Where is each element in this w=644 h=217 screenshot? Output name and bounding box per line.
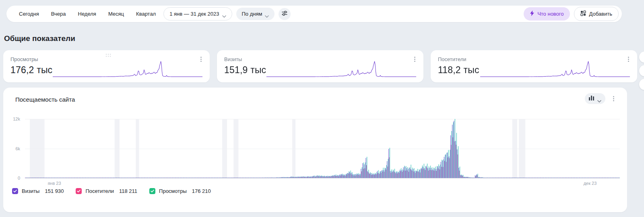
- metric-label: Визиты: [224, 56, 242, 62]
- granularity-value: По дням: [242, 11, 262, 17]
- lightning-icon: [530, 10, 535, 17]
- kebab-menu-icon[interactable]: [624, 55, 632, 63]
- metrica-dashboard: Сегодня Вчера Неделя Месяц Квартал 1 янв…: [0, 0, 644, 217]
- add-widget-button[interactable]: Добавить: [574, 7, 619, 21]
- period-quarter-button[interactable]: Квартал: [130, 8, 162, 20]
- chart-legend: Визиты 151 930 Посетители 118 211 Просмо…: [12, 188, 211, 194]
- x-axis-tick: янв 23: [47, 181, 61, 186]
- floating-button[interactable]: [639, 51, 644, 63]
- metric-card-views[interactable]: Просмотры 176,2 тыс: [3, 50, 210, 82]
- chart-type-select[interactable]: [585, 93, 605, 104]
- legend-value: 176 210: [192, 188, 211, 194]
- metric-label: Посетители: [438, 56, 466, 62]
- chevron-down-icon: [597, 98, 601, 100]
- traffic-chart-widget: Посещаемость сайта 12k 6k 0 янв 23: [3, 88, 627, 212]
- period-week-button[interactable]: Неделя: [72, 8, 102, 20]
- bar-chart-icon: [589, 96, 594, 102]
- chevron-down-icon: [265, 13, 269, 15]
- chart-settings-button[interactable]: [279, 8, 291, 20]
- chart-controls: [585, 93, 617, 104]
- toolbar: Сегодня Вчера Неделя Месяц Квартал 1 янв…: [6, 6, 622, 22]
- legend-item-views[interactable]: Просмотры 176 210: [149, 188, 211, 194]
- checkbox-checked-icon[interactable]: [76, 188, 82, 194]
- date-range-picker[interactable]: 1 янв — 31 дек 2023: [163, 7, 232, 20]
- checkbox-checked-icon[interactable]: [12, 188, 18, 194]
- kebab-menu-icon[interactable]: [411, 55, 419, 63]
- widgets-grid-icon: [580, 10, 586, 17]
- x-axis-tick: дек 23: [584, 181, 597, 186]
- metric-value: 118,2 тыс: [438, 65, 479, 76]
- legend-item-visitors[interactable]: Посетители 118 211: [76, 188, 137, 194]
- legend-label: Визиты: [22, 188, 39, 194]
- legend-item-visits[interactable]: Визиты 151 930: [12, 188, 64, 194]
- kebab-menu-icon[interactable]: [609, 95, 617, 103]
- y-axis-tick: 0: [18, 176, 20, 180]
- metric-card-visitors[interactable]: Посетители 118,2 тыс: [431, 50, 637, 82]
- traffic-chart-canvas[interactable]: [25, 119, 620, 178]
- views-sparkline: [53, 56, 202, 78]
- floating-button[interactable]: [639, 79, 644, 90]
- legend-value: 118 211: [119, 188, 137, 194]
- granularity-select[interactable]: По дням: [236, 8, 275, 20]
- period-yesterday-button[interactable]: Вчера: [45, 8, 72, 20]
- chart-title: Посещаемость сайта: [15, 96, 75, 103]
- sliders-icon: [281, 10, 288, 18]
- date-range-value: 1 янв — 31 дек 2023: [169, 11, 219, 17]
- whats-new-button[interactable]: Что нового: [524, 7, 570, 20]
- floating-button[interactable]: [639, 65, 644, 76]
- whats-new-label: Что нового: [537, 11, 564, 17]
- add-label: Добавить: [589, 11, 612, 17]
- metric-label: Просмотры: [10, 56, 38, 62]
- toolbar-period-group: Сегодня Вчера Неделя Месяц Квартал 1 янв…: [13, 7, 291, 20]
- y-axis-tick: 12k: [13, 117, 20, 121]
- visitors-sparkline: [480, 56, 630, 78]
- kebab-menu-icon[interactable]: [197, 55, 205, 63]
- page-title: Общие показатели: [4, 34, 75, 43]
- period-month-button[interactable]: Месяц: [102, 8, 130, 20]
- metric-card-visits[interactable]: Визиты 151,9 тыс: [217, 50, 423, 82]
- toolbar-actions: Что нового Добавить: [524, 7, 619, 21]
- y-axis-tick: 6k: [15, 146, 20, 151]
- period-today-button[interactable]: Сегодня: [13, 8, 45, 20]
- checkbox-checked-icon[interactable]: [149, 188, 155, 194]
- legend-value: 151 930: [45, 188, 64, 194]
- legend-label: Просмотры: [159, 188, 187, 194]
- chevron-down-icon: [222, 13, 226, 15]
- legend-label: Посетители: [85, 188, 114, 194]
- metric-value: 176,2 тыс: [10, 65, 52, 76]
- metric-value: 151,9 тыс: [224, 65, 266, 76]
- visits-sparkline: [266, 56, 416, 78]
